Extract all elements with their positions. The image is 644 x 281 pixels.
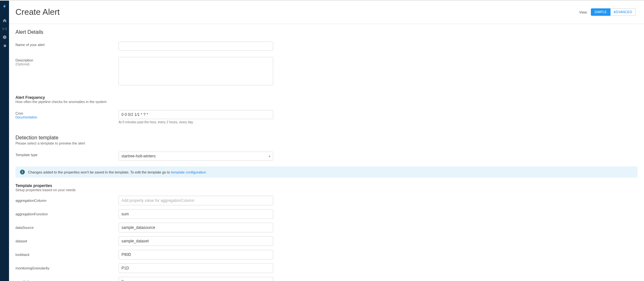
gear-icon bbox=[3, 43, 7, 48]
sidebar bbox=[0, 1, 9, 281]
property-input-dataSource[interactable] bbox=[119, 223, 273, 232]
app-root: Create Alert View: SIMPLE ADVANCED Alert… bbox=[0, 0, 644, 281]
row-cron: Cron Documentation At 0 minutes past the… bbox=[15, 110, 638, 124]
detection-template-panel: Detection template Please select a templ… bbox=[9, 130, 644, 281]
app-logo[interactable] bbox=[1, 3, 8, 10]
property-label-aggregationColumn: aggregationColumn bbox=[15, 199, 119, 202]
info-banner-text: Changes added to the properties won't be… bbox=[28, 170, 206, 174]
detection-sub: Please select a template to preview the … bbox=[15, 141, 638, 145]
property-row-aggregationColumn: aggregationColumn bbox=[15, 196, 638, 205]
page-title: Create Alert bbox=[15, 7, 60, 17]
property-input-lookback[interactable] bbox=[119, 250, 273, 259]
property-input-sensitivity[interactable] bbox=[119, 277, 273, 281]
view-button-group: SIMPLE ADVANCED bbox=[591, 8, 636, 16]
alert-details-title: Alert Details bbox=[15, 29, 638, 35]
cron-input[interactable] bbox=[119, 110, 273, 119]
property-label-lookback: lookback bbox=[15, 253, 119, 257]
alert-frequency-block: Alert Frequency How often the pipeline c… bbox=[15, 95, 638, 104]
chevron-down-icon: ▾ bbox=[269, 155, 270, 158]
property-row-sensitivity: sensitivity bbox=[15, 277, 638, 281]
property-input-aggregationColumn[interactable] bbox=[119, 196, 273, 205]
label-template-type: Template type bbox=[15, 152, 119, 157]
sidebar-item-settings[interactable] bbox=[0, 41, 9, 50]
alert-frequency-title: Alert Frequency bbox=[15, 95, 638, 100]
svg-rect-3 bbox=[4, 36, 5, 36]
sidebar-item-home[interactable] bbox=[0, 16, 9, 24]
alert-details-panel: Alert Details Name of your alert Descrip… bbox=[9, 24, 644, 130]
main-content: Create Alert View: SIMPLE ADVANCED Alert… bbox=[9, 1, 644, 281]
view-simple-button[interactable]: SIMPLE bbox=[591, 8, 610, 16]
broadcast-icon bbox=[3, 27, 7, 31]
property-row-dataSource: dataSource bbox=[15, 223, 638, 232]
property-row-lookback: lookback bbox=[15, 250, 638, 259]
property-label-dataset: dataset bbox=[15, 239, 119, 243]
description-textarea[interactable] bbox=[119, 57, 273, 85]
sidebar-item-info[interactable] bbox=[0, 33, 9, 41]
view-toggle: View: SIMPLE ADVANCED bbox=[579, 8, 636, 16]
property-label-aggregationFunction: aggregationFunction bbox=[15, 212, 119, 216]
template-properties-sub: Setup properties based on your needs bbox=[15, 188, 638, 192]
property-row-dataset: dataset bbox=[15, 236, 638, 246]
row-alert-name: Name of your alert bbox=[15, 42, 638, 51]
detection-title: Detection template bbox=[15, 135, 638, 141]
alert-name-input[interactable] bbox=[119, 42, 273, 51]
home-icon bbox=[3, 18, 7, 23]
property-input-monitoringGranularity[interactable] bbox=[119, 263, 273, 273]
label-alert-name: Name of your alert bbox=[15, 42, 119, 47]
property-row-monitoringGranularity: monitoringGranularity bbox=[15, 263, 638, 273]
template-type-value: startree-holt-winters bbox=[121, 154, 156, 158]
svg-rect-2 bbox=[4, 37, 5, 38]
template-properties-title: Template properties bbox=[15, 183, 638, 188]
sidebar-item-broadcast[interactable] bbox=[0, 24, 9, 33]
property-input-dataset[interactable] bbox=[119, 236, 273, 246]
info-icon: i bbox=[20, 170, 25, 174]
label-cron: Cron Documentation bbox=[15, 110, 119, 119]
row-description: Description (Optional) bbox=[15, 57, 638, 86]
view-advanced-button[interactable]: ADVANCED bbox=[610, 8, 636, 16]
template-properties-block: Template properties Setup properties bas… bbox=[15, 183, 638, 281]
cron-helper-text: At 0 minutes past the hour, every 2 hour… bbox=[119, 120, 273, 124]
row-template-type: Template type startree-holt-winters ▾ bbox=[15, 152, 638, 161]
info-icon bbox=[3, 35, 7, 39]
alert-frequency-sub: How often the pipeline checks for anomal… bbox=[15, 100, 638, 104]
label-description: Description (Optional) bbox=[15, 57, 119, 66]
template-configuration-link[interactable]: template configuration bbox=[171, 170, 206, 174]
svg-point-0 bbox=[4, 28, 5, 29]
property-row-aggregationFunction: aggregationFunction bbox=[15, 209, 638, 219]
property-input-aggregationFunction[interactable] bbox=[119, 209, 273, 219]
property-label-dataSource: dataSource bbox=[15, 226, 119, 229]
view-label: View: bbox=[579, 10, 588, 14]
property-label-monitoringGranularity: monitoringGranularity bbox=[15, 266, 119, 270]
topbar: Create Alert View: SIMPLE ADVANCED bbox=[9, 1, 644, 24]
cron-documentation-link[interactable]: Documentation bbox=[15, 116, 37, 119]
template-type-select[interactable]: startree-holt-winters ▾ bbox=[119, 152, 273, 161]
property-label-sensitivity: sensitivity bbox=[15, 280, 119, 281]
info-banner: i Changes added to the properties won't … bbox=[15, 166, 638, 178]
